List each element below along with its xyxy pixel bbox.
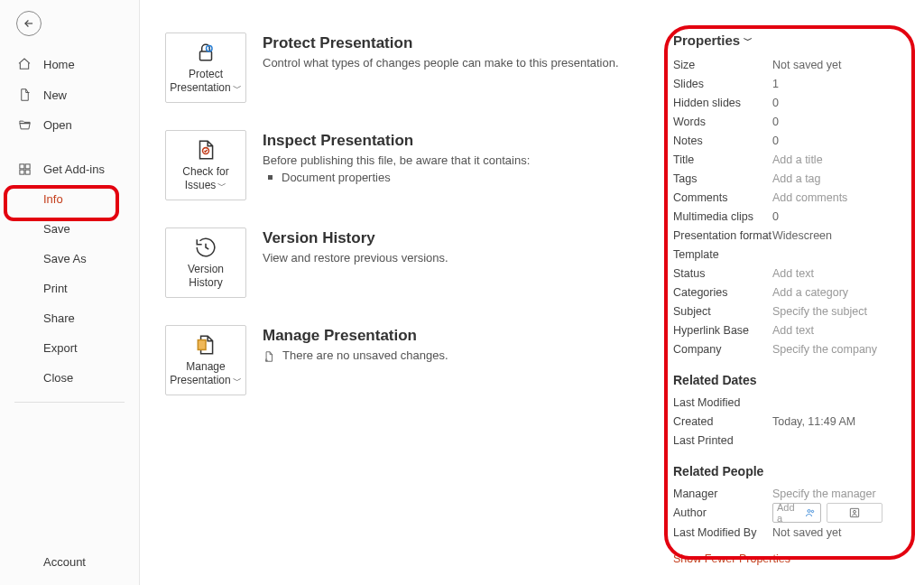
manage-desc: There are no unsaved changes. xyxy=(263,348,448,363)
svg-rect-2 xyxy=(19,170,23,174)
svg-rect-3 xyxy=(25,170,30,174)
inspect-desc: Before publishing this file, be aware th… xyxy=(263,153,530,167)
chevron-down-icon: ﹀ xyxy=(744,34,753,47)
history-title: Version History xyxy=(263,229,448,247)
back-button[interactable] xyxy=(16,11,42,36)
show-fewer-properties-link[interactable]: Show Fewer Properties xyxy=(673,552,908,565)
svg-point-8 xyxy=(808,510,810,513)
svg-rect-4 xyxy=(200,51,212,60)
prop-last-modified-by: Last Modified ByNot saved yet xyxy=(673,523,908,542)
protect-desc: Control what types of changes people can… xyxy=(263,56,619,70)
prop-last-printed: Last Printed xyxy=(673,431,908,450)
properties-header[interactable]: Properties﹀ xyxy=(673,32,908,48)
nav-label: Export xyxy=(43,341,78,355)
inspect-bullet: Document properties xyxy=(263,171,530,184)
nav-label: Save As xyxy=(43,252,87,265)
nav-close[interactable]: Close xyxy=(0,363,139,393)
document-icon xyxy=(263,350,275,363)
nav-label: Print xyxy=(43,282,68,295)
nav-label: New xyxy=(43,88,67,102)
prop-comments[interactable]: CommentsAdd comments xyxy=(673,188,908,207)
nav-info[interactable]: Info xyxy=(0,184,139,214)
nav-get-addins[interactable]: Get Add-ins xyxy=(0,154,139,184)
prop-status[interactable]: StatusAdd text xyxy=(673,264,908,283)
protect-section: Protect Presentation﹀ Protect Presentati… xyxy=(165,32,670,103)
nav-export[interactable]: Export xyxy=(0,333,139,363)
history-icon xyxy=(194,236,217,259)
svg-rect-1 xyxy=(25,164,30,169)
nav-print[interactable]: Print xyxy=(0,274,139,303)
svg-rect-7 xyxy=(198,340,206,350)
prop-categories[interactable]: CategoriesAdd a category xyxy=(673,283,908,302)
history-desc: View and restore previous versions. xyxy=(263,251,448,265)
prop-last-modified: Last Modified xyxy=(673,393,908,412)
prop-format: Presentation formatWidescreen xyxy=(673,226,908,245)
properties-panel: Properties﹀ SizeNot saved yet Slides1 Hi… xyxy=(673,32,908,565)
prop-hyperlink-base[interactable]: Hyperlink BaseAdd text xyxy=(673,320,908,339)
manage-section: Manage Presentation﹀ Manage Presentation… xyxy=(165,325,670,395)
svg-point-9 xyxy=(811,510,813,512)
nav-label: Get Add-ins xyxy=(43,162,105,176)
nav-account[interactable]: Account xyxy=(0,547,139,577)
nav-label: Close xyxy=(43,371,73,385)
history-section: Version History Version History View and… xyxy=(165,228,670,298)
author-input[interactable]: Add a xyxy=(772,503,821,523)
nav-open[interactable]: Open xyxy=(0,110,139,140)
prop-created: CreatedToday, 11:49 AM xyxy=(673,412,908,431)
prop-size: SizeNot saved yet xyxy=(673,55,908,74)
info-sections: Protect Presentation﹀ Protect Presentati… xyxy=(165,32,670,567)
inspect-section: Check for Issues﹀ Inspect Presentation B… xyxy=(165,130,670,200)
prop-notes: Notes0 xyxy=(673,131,908,150)
prop-manager[interactable]: ManagerSpecify the manager xyxy=(673,484,908,503)
prop-template: Template xyxy=(673,245,908,264)
lock-icon xyxy=(194,41,217,64)
protect-presentation-button[interactable]: Protect Presentation﹀ xyxy=(165,32,246,103)
nav-label: Save xyxy=(43,222,70,236)
prop-title[interactable]: TitleAdd a title xyxy=(673,150,908,169)
backstage-sidebar: Home New Open Get Add-ins Info Save Save… xyxy=(0,0,140,585)
home-icon xyxy=(16,57,32,71)
related-dates-header: Related Dates xyxy=(673,373,908,387)
nav-home[interactable]: Home xyxy=(0,49,139,79)
nav-share[interactable]: Share xyxy=(0,303,139,333)
contact-icon xyxy=(848,506,861,519)
nav-label: Open xyxy=(43,118,72,132)
nav-label: Info xyxy=(43,192,63,206)
prop-subject[interactable]: SubjectSpecify the subject xyxy=(673,302,908,320)
prop-multimedia: Multimedia clips0 xyxy=(673,207,908,226)
manage-presentation-button[interactable]: Manage Presentation﹀ xyxy=(165,325,246,395)
nav-save-as[interactable]: Save As xyxy=(0,244,139,274)
check-for-issues-button[interactable]: Check for Issues﹀ xyxy=(165,130,246,200)
author-browse-button[interactable] xyxy=(827,503,882,523)
prop-slides: Slides1 xyxy=(673,74,908,93)
prop-words: Words0 xyxy=(673,112,908,131)
nav-feedback[interactable]: Feedback xyxy=(0,577,139,585)
nav-new[interactable]: New xyxy=(0,79,139,110)
svg-rect-0 xyxy=(19,164,23,169)
manage-title: Manage Presentation xyxy=(263,327,448,345)
prop-hidden-slides: Hidden slides0 xyxy=(673,93,908,112)
check-icon xyxy=(194,138,217,162)
svg-point-11 xyxy=(854,510,856,513)
protect-title: Protect Presentation xyxy=(263,34,619,52)
version-history-button[interactable]: Version History xyxy=(165,228,246,298)
nav-label: Share xyxy=(43,311,75,325)
prop-tags[interactable]: TagsAdd a tag xyxy=(673,169,908,188)
nav-label: Account xyxy=(43,555,86,569)
nav-save[interactable]: Save xyxy=(0,214,139,244)
info-page: Protect Presentation﹀ Protect Presentati… xyxy=(140,0,924,585)
prop-company[interactable]: CompanySpecify the company xyxy=(673,339,908,358)
prop-author: Author Add a xyxy=(673,503,908,523)
inspect-title: Inspect Presentation xyxy=(263,132,530,150)
addins-icon xyxy=(16,162,32,176)
related-people-header: Related People xyxy=(673,464,908,478)
new-icon xyxy=(16,88,32,102)
people-icon xyxy=(804,507,817,518)
open-icon xyxy=(16,118,32,132)
nav-label: Home xyxy=(43,58,75,71)
manage-icon xyxy=(194,333,217,357)
